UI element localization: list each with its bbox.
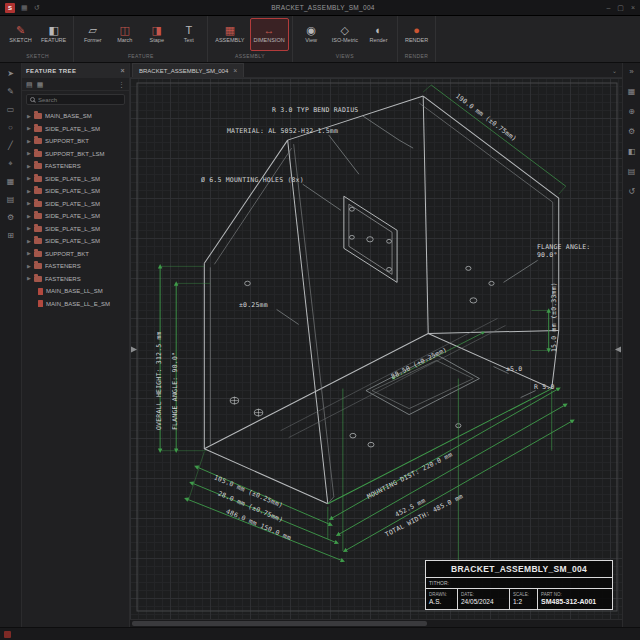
chevron-right-icon[interactable]: ▶ xyxy=(27,164,31,169)
render-view-button[interactable]: ◐ Render xyxy=(363,18,394,51)
chevron-right-icon[interactable]: ▶ xyxy=(27,201,31,206)
tree-item[interactable]: MAIN_BASE_LL_E_SM xyxy=(22,298,129,311)
iso-metric-button[interactable]: ◇ ISO-Metric xyxy=(328,18,362,51)
text-button[interactable]: T Text xyxy=(173,18,204,51)
callout-mounting-holes: Ø 6.5 MOUNTING HOLES (8x) xyxy=(201,177,304,185)
view-button[interactable]: ◉ View xyxy=(296,18,327,51)
stape-button[interactable]: ◨ Stape xyxy=(141,18,172,51)
tab-list-caret-icon[interactable]: ⌄ xyxy=(612,67,617,74)
settings-gear-icon[interactable]: ⚙ xyxy=(7,214,14,222)
chevron-right-icon[interactable]: ▶ xyxy=(27,214,31,219)
undo-icon[interactable]: ↺ xyxy=(34,4,40,11)
window-title: BRACKET_ASSEMBLY_SM_004 xyxy=(46,4,601,11)
tree-item[interactable]: ▶SIDE_PLATE_L_SM xyxy=(22,173,129,186)
document-tab[interactable]: BRACKET_ASSEMBLY_SM_004 × xyxy=(132,63,244,77)
window-titlebar: S ▦ ↺ BRACKET_ASSEMBLY_SM_004 – ▢ × xyxy=(0,0,640,16)
cursor-icon[interactable]: ➤ xyxy=(7,70,14,78)
snap-target-icon[interactable]: ⌖ xyxy=(8,160,13,168)
close-window-icon[interactable]: × xyxy=(631,4,635,11)
tree-item[interactable]: ▶SIDE_PLATE_L_SM xyxy=(22,123,129,136)
feature-button[interactable]: ◧ FEATURE xyxy=(37,18,70,51)
line-tool-icon[interactable]: ╱ xyxy=(8,142,13,150)
filter-icon[interactable]: ▤ xyxy=(26,81,33,88)
chevron-right-icon[interactable]: ▶ xyxy=(27,251,31,256)
circle-tool-icon[interactable]: ○ xyxy=(8,124,13,132)
cad-application-window: S ▦ ↺ BRACKET_ASSEMBLY_SM_004 – ▢ × ✎ SK… xyxy=(0,0,640,640)
title-block-drawn-cell: DRAWN: A.S. xyxy=(426,589,458,609)
tree-item[interactable]: ▶SIDE_PLATE_L_SM xyxy=(22,223,129,236)
chevron-right-icon[interactable]: ▶ xyxy=(27,139,31,144)
chevron-right-icon[interactable]: ▶ xyxy=(27,189,31,194)
rect-tool-icon[interactable]: ▭ xyxy=(7,106,15,114)
tree-item[interactable]: ▶SIDE_PLATE_L_SM xyxy=(22,185,129,198)
ribbon-toolbar: ✎ SKETCH ◧ FEATURE SKETCH ▱ Former ◫ Mar… xyxy=(0,16,640,63)
tree-item[interactable]: ▶FASTENERS xyxy=(22,160,129,173)
tree-item[interactable]: ▶FASTENERS xyxy=(22,273,129,286)
chevron-right-icon[interactable]: ▶ xyxy=(27,239,31,244)
add-icon[interactable]: ⊞ xyxy=(7,232,14,240)
panel-close-icon[interactable]: × xyxy=(121,67,126,74)
chevron-right-icon[interactable]: ▶ xyxy=(27,126,31,131)
panel-toolbar: ▤ ▦ ⋮ xyxy=(22,78,129,91)
chevron-right-icon[interactable]: ▶ xyxy=(27,226,31,231)
layers-icon[interactable]: ▤ xyxy=(7,196,15,204)
zoom-fit-icon[interactable]: ⊕ xyxy=(628,108,635,116)
tree-item[interactable]: ▶SIDE_PLATE_L_SM xyxy=(22,198,129,211)
tree-item[interactable]: ▶SUPPORT_BKT xyxy=(22,248,129,261)
maximize-icon[interactable]: ▢ xyxy=(617,4,624,11)
shell-icon: ◨ xyxy=(152,25,162,36)
folder-icon xyxy=(34,238,42,244)
dim-tolerance-5: ±5.0 xyxy=(506,366,522,374)
chevron-right-icon[interactable]: ▶ xyxy=(27,276,31,281)
minimize-icon[interactable]: – xyxy=(606,4,610,11)
search-input[interactable] xyxy=(38,97,121,103)
ribbon-group-label: RENDER xyxy=(401,51,432,62)
ribbon-group-assembly: ▦ ASSEMBLY ↔ DIMENSION ASSEMBLY xyxy=(208,16,292,62)
history-icon[interactable]: ↺ xyxy=(628,188,635,196)
search-icon xyxy=(30,97,35,102)
march-button[interactable]: ◫ March xyxy=(109,18,140,51)
sketch-pencil-icon[interactable]: ✎ xyxy=(7,88,14,96)
former-button[interactable]: ▱ Former xyxy=(77,18,108,51)
settings-gear-icon[interactable]: ⚙ xyxy=(628,128,635,136)
display-mode-icon[interactable]: ◧ xyxy=(628,148,636,156)
right-tool-strip: » ▦ ⊕ ⚙ ◧ ▤ ↺ xyxy=(622,63,640,627)
tab-close-icon[interactable]: × xyxy=(233,67,237,74)
expand-all-icon[interactable]: ▦ xyxy=(37,81,44,88)
grid-icon[interactable]: ▦ xyxy=(7,178,15,186)
assembly-button[interactable]: ▦ ASSEMBLY xyxy=(211,18,248,51)
render-ball-icon: ● xyxy=(413,25,420,36)
menu-grid-icon[interactable]: ▦ xyxy=(21,4,28,11)
folder-icon xyxy=(34,213,42,219)
horizontal-scrollbar-thumb[interactable] xyxy=(132,621,427,626)
feature-tree-list: ▶MAIN_BASE_SM ▶SIDE_PLATE_L_SM ▶SUPPORT_… xyxy=(22,108,129,627)
tree-item[interactable]: MAIN_BASE_LL_SM xyxy=(22,285,129,298)
pencil-icon: ✎ xyxy=(16,25,25,36)
chevron-right-icon[interactable]: ▶ xyxy=(27,151,31,156)
tree-item[interactable]: ▶SIDE_PLATE_L_SM xyxy=(22,210,129,223)
callout-material: MATERIAL: AL 5052-H32 1.5mm xyxy=(227,128,338,136)
ribbon-group-render: ● RENDER RENDER xyxy=(398,16,436,62)
drawing-viewport[interactable]: R 3.0 TYP BEND RADIUS MATERIAL: AL 5052-… xyxy=(130,78,622,619)
layers-panel-icon[interactable]: ▤ xyxy=(628,168,636,176)
collapse-panel-icon[interactable]: » xyxy=(629,68,633,76)
sketch-button[interactable]: ✎ SKETCH xyxy=(5,18,36,51)
chevron-right-icon[interactable]: ▶ xyxy=(27,114,31,119)
render-button[interactable]: ● RENDER xyxy=(401,18,432,51)
tree-item[interactable]: ▶SUPPORT_BKT xyxy=(22,135,129,148)
horizontal-scrollbar[interactable] xyxy=(130,619,622,627)
ribbon-group-views: ◉ View ◇ ISO-Metric ◐ Render VIEWS xyxy=(293,16,398,62)
file-icon xyxy=(38,288,43,295)
chevron-right-icon[interactable]: ▶ xyxy=(27,176,31,181)
dim-flange-angle-left: FLANGE ANGLE: 90.0° xyxy=(172,352,180,430)
tree-item[interactable]: ▶SUPPORT_BKT_LSM xyxy=(22,148,129,161)
more-options-icon[interactable]: ⋮ xyxy=(118,81,125,88)
chevron-right-icon[interactable]: ▶ xyxy=(27,264,31,269)
search-box[interactable] xyxy=(26,94,125,105)
tree-item[interactable]: ▶MAIN_BASE_SM xyxy=(22,110,129,123)
tree-item[interactable]: ▶FASTENERS xyxy=(22,260,129,273)
folder-icon xyxy=(34,126,42,132)
tree-item[interactable]: ▶SIDE_PLATE_L_SM xyxy=(22,235,129,248)
properties-icon[interactable]: ▦ xyxy=(628,88,636,96)
dimension-button[interactable]: ↔ DIMENSION xyxy=(250,18,289,51)
